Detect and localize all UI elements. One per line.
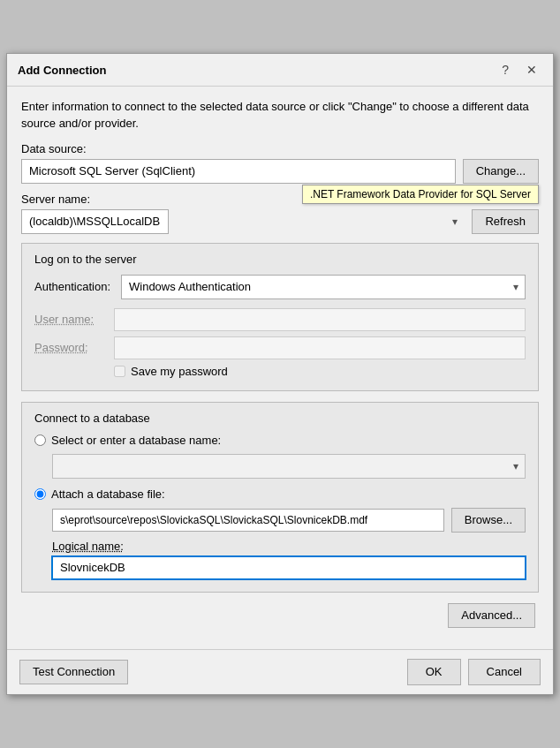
attach-file-radio[interactable] <box>34 488 46 500</box>
password-label: Password: <box>34 341 114 354</box>
add-connection-dialog: Add Connection ? ✕ Enter information to … <box>6 53 554 694</box>
data-source-label: Data source: <box>21 142 539 155</box>
server-name-row: (localdb)\MSSQLLocalDB .NET Framework Da… <box>21 209 539 234</box>
bottom-row: Advanced... <box>21 603 539 628</box>
username-input[interactable] <box>114 308 526 331</box>
test-connection-button[interactable]: Test Connection <box>19 660 128 684</box>
file-row: Browse... <box>52 508 526 533</box>
server-name-select[interactable]: (localdb)\MSSQLLocalDB <box>21 209 169 234</box>
select-db-label[interactable]: Select or enter a database name: <box>51 434 221 447</box>
title-bar-actions: ? ✕ <box>496 61 542 79</box>
footer-right: OK Cancel <box>407 659 541 685</box>
tooltip-box: .NET Framework Data Provider for SQL Ser… <box>302 185 539 204</box>
log-on-title: Log on to the server <box>34 253 526 266</box>
db-select-wrapper <box>52 454 526 479</box>
auth-label: Authentication: <box>34 280 114 293</box>
save-password-label[interactable]: Save my password <box>131 365 228 378</box>
log-on-section: Log on to the server Authentication: Win… <box>21 243 539 391</box>
radio-row-1: Select or enter a database name: <box>34 434 526 447</box>
cancel-button[interactable]: Cancel <box>468 659 541 685</box>
db-name-select[interactable] <box>52 454 526 479</box>
file-path-input[interactable] <box>52 509 444 532</box>
tooltip-container: .NET Framework Data Provider for SQL Ser… <box>472 209 539 234</box>
title-bar-left: Add Connection <box>18 64 106 77</box>
advanced-button[interactable]: Advanced... <box>448 603 535 628</box>
save-password-row: Save my password <box>34 365 526 378</box>
ok-button[interactable]: OK <box>407 659 461 685</box>
data-source-row: Change... <box>21 159 539 184</box>
username-label: User name: <box>34 313 114 326</box>
logical-name-block: Logical name: <box>52 540 526 579</box>
auth-select-wrapper: Windows Authentication <box>121 275 526 299</box>
user-pass-grid: User name: Password: <box>34 308 526 359</box>
dialog-footer: Test Connection OK Cancel <box>7 649 553 694</box>
radio-row-2: Attach a database file: <box>34 487 526 501</box>
attach-file-label[interactable]: Attach a database file: <box>51 487 165 501</box>
save-password-checkbox[interactable] <box>114 366 125 377</box>
auth-select[interactable]: Windows Authentication <box>121 275 526 299</box>
dialog-title: Add Connection <box>18 64 106 77</box>
help-button[interactable]: ? <box>496 61 514 79</box>
title-bar: Add Connection ? ✕ <box>7 54 553 87</box>
logical-name-input[interactable] <box>52 556 526 579</box>
dialog-body: Enter information to connect to the sele… <box>7 87 553 648</box>
server-name-select-wrapper: (localdb)\MSSQLLocalDB <box>21 209 465 234</box>
connect-db-section: Connect to a database Select or enter a … <box>21 402 539 593</box>
close-button[interactable]: ✕ <box>521 61 542 79</box>
logical-name-label: Logical name: <box>52 540 526 553</box>
refresh-button[interactable]: Refresh <box>472 209 539 234</box>
data-source-input[interactable] <box>21 159 456 184</box>
change-button[interactable]: Change... <box>463 159 539 184</box>
password-input[interactable] <box>114 336 526 359</box>
intro-text: Enter information to connect to the sele… <box>21 99 539 131</box>
browse-button[interactable]: Browse... <box>451 508 526 533</box>
auth-row: Authentication: Windows Authentication <box>34 275 526 299</box>
connect-db-title: Connect to a database <box>34 412 526 425</box>
select-db-radio[interactable] <box>34 434 46 446</box>
